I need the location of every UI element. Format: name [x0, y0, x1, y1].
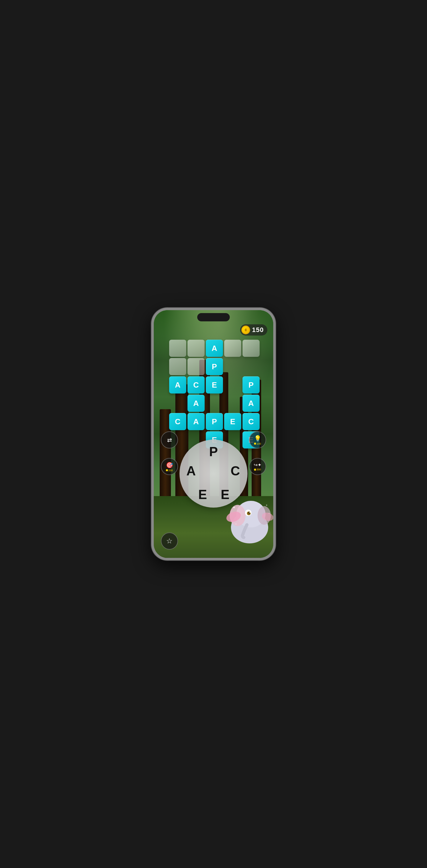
circle-letter-c[interactable]: C [231, 464, 240, 478]
notch [197, 313, 230, 321]
svg-text:✦: ✦ [233, 505, 236, 510]
tile-2-0[interactable]: A [169, 376, 186, 394]
reveal-cost: 300 [254, 468, 261, 471]
tile-0-4[interactable] [242, 340, 260, 357]
tile-2-4[interactable]: P [242, 376, 260, 394]
lightbulb-icon: 💡 [254, 435, 262, 442]
coin-amount: 150 [252, 326, 264, 334]
tile-4-3[interactable]: E [224, 413, 241, 430]
phone-frame: ¢ 150 A P A C E P A A C A [151, 308, 276, 560]
tile-4-4[interactable]: C [242, 413, 260, 430]
tile-3-4[interactable]: A [242, 395, 260, 412]
svg-text:✦: ✦ [266, 504, 268, 507]
circle-letter-e1[interactable]: E [199, 487, 207, 502]
reveal-button[interactable]: ↪✦ 300 [249, 458, 266, 475]
target-icon: 🎯 [166, 462, 173, 469]
target-cost: 200 [166, 469, 173, 472]
tile-2-2[interactable]: E [206, 376, 223, 394]
tile-2-1[interactable]: C [187, 376, 205, 394]
tile-4-1[interactable]: A [187, 413, 205, 430]
tile-4-0[interactable]: C [169, 413, 186, 430]
coin-icon: ¢ [241, 326, 250, 334]
circle-letter-e2[interactable]: E [221, 487, 229, 502]
tile-0-3[interactable] [224, 340, 241, 357]
circle-letter-a[interactable]: A [186, 464, 196, 478]
tile-0-2[interactable]: A [206, 340, 223, 357]
tile-1-2[interactable]: P [206, 358, 223, 375]
tile-1-1[interactable] [187, 358, 205, 375]
tile-4-2[interactable]: P [206, 413, 223, 430]
coin-counter: ¢ 150 [240, 324, 267, 336]
shuffle-button[interactable]: ⇄ [161, 431, 178, 448]
reveal-icon: ↪✦ [254, 462, 262, 468]
target-button[interactable]: 🎯 200 [161, 458, 178, 475]
game-background: ¢ 150 A P A C E P A A C A [154, 310, 273, 558]
hint-button[interactable]: 💡 100 [249, 431, 266, 448]
tile-0-1[interactable] [187, 340, 205, 357]
hint-cost: 100 [254, 442, 261, 445]
circle-letter-p[interactable]: P [209, 444, 218, 459]
letter-circle[interactable]: P A C E E [180, 440, 247, 507]
svg-point-7 [249, 512, 250, 513]
shuffle-icon: ⇄ [167, 436, 172, 443]
star-button[interactable]: ☆ [161, 532, 178, 550]
crossword-grid: A P A C E P A A C A P E C E E [169, 340, 258, 443]
tile-3-1[interactable]: A [187, 395, 205, 412]
tile-0-0[interactable] [169, 340, 186, 357]
star-icon: ☆ [166, 537, 173, 545]
svg-text:✦: ✦ [235, 523, 237, 525]
tile-1-0[interactable] [169, 358, 186, 375]
